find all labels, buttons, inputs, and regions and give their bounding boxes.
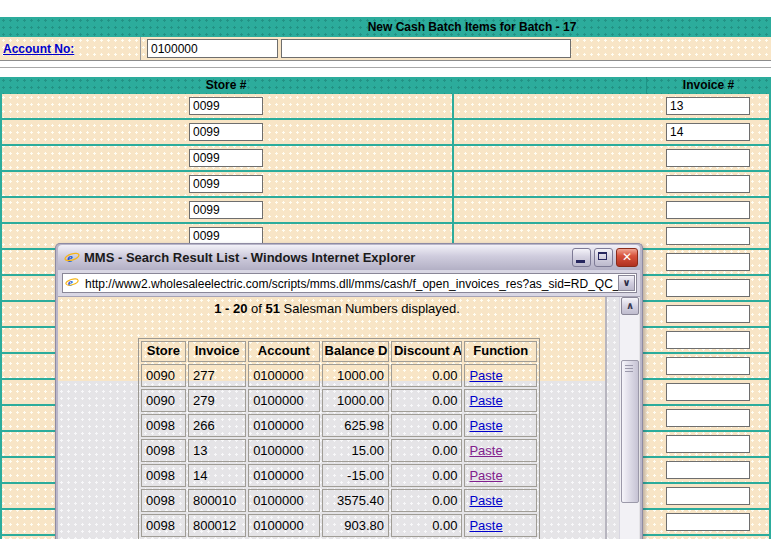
balance-due-cell: -15.00 xyxy=(322,464,389,487)
paste-link[interactable]: Paste xyxy=(469,493,502,508)
url-text: http://www2.wholesaleelectric.com/script… xyxy=(85,277,620,291)
function-cell: Paste xyxy=(464,489,537,512)
scrollbar-grip-icon xyxy=(625,365,633,373)
paste-link[interactable]: Paste xyxy=(469,393,502,408)
cell-divider xyxy=(140,37,141,60)
discount-amt-cell: 0.00 xyxy=(391,464,462,487)
page-title: New Cash Batch Items for Batch - 17 xyxy=(368,20,577,34)
results-row: 00988000120100000903.800.00Paste xyxy=(141,514,537,537)
invoice-input[interactable] xyxy=(666,435,750,453)
close-button[interactable]: ✕ xyxy=(616,248,638,267)
results-row: 009027701000001000.000.00Paste xyxy=(141,364,537,387)
function-cell: Paste xyxy=(464,364,537,387)
balance-due-cell: 625.98 xyxy=(322,414,389,437)
paste-link[interactable]: Paste xyxy=(469,368,502,383)
screen: New Cash Batch Items for Batch - 17 Acco… xyxy=(0,0,771,539)
result-total: 51 xyxy=(265,301,279,316)
function-cell: Paste xyxy=(464,439,537,462)
invoice-input[interactable] xyxy=(666,123,750,141)
account-no-input[interactable] xyxy=(147,39,278,58)
popup-scrollbar[interactable]: ∧ xyxy=(619,297,639,539)
result-caption: Salesman Numbers displayed. xyxy=(284,301,460,316)
store-input[interactable] xyxy=(189,175,263,193)
invoice-input[interactable] xyxy=(666,487,750,505)
popup-content: 1 - 20 of 51 Salesman Numbers displayed.… xyxy=(58,297,640,539)
store-cell: 0090 xyxy=(141,389,186,412)
store-cell: 0098 xyxy=(141,439,186,462)
address-bar: e http://www2.wholesaleelectric.com/scri… xyxy=(58,270,640,297)
result-range: 1 - 20 xyxy=(214,301,247,316)
results-column-header: Invoice xyxy=(188,341,246,362)
ie-popup-window: e MMS - Search Result List - Windows Int… xyxy=(55,243,643,539)
results-header-row: StoreInvoiceAccountBalance DueDiscount A… xyxy=(141,341,537,362)
url-combobox[interactable]: e http://www2.wholesaleelectric.com/scri… xyxy=(62,273,637,293)
invoice-input[interactable] xyxy=(666,97,750,115)
minimize-button[interactable] xyxy=(572,248,591,267)
invoice-input[interactable] xyxy=(666,227,750,245)
grid-left-border xyxy=(0,77,2,539)
results-row: 009027901000001000.000.00Paste xyxy=(141,389,537,412)
account-cell: 0100000 xyxy=(248,489,319,512)
separator-line xyxy=(0,67,771,68)
invoice-cell: 800012 xyxy=(188,514,246,537)
batch-item-row xyxy=(0,172,771,198)
balance-due-cell: 15.00 xyxy=(322,439,389,462)
paste-link[interactable]: Paste xyxy=(469,418,502,433)
invoice-input[interactable] xyxy=(666,357,750,375)
paste-link[interactable]: Paste xyxy=(469,468,502,483)
invoice-cell: 14 xyxy=(188,464,246,487)
store-input[interactable] xyxy=(189,201,263,219)
invoice-cell: 279 xyxy=(188,389,246,412)
batch-item-row xyxy=(0,198,771,224)
batch-item-row xyxy=(0,120,771,146)
invoice-input[interactable] xyxy=(666,305,750,323)
minimize-icon xyxy=(576,260,585,263)
invoice-input[interactable] xyxy=(666,409,750,427)
function-cell: Paste xyxy=(464,464,537,487)
invoice-input[interactable] xyxy=(666,175,750,193)
invoice-input[interactable] xyxy=(666,383,750,401)
store-input[interactable] xyxy=(189,149,263,167)
store-input[interactable] xyxy=(189,123,263,141)
invoice-input[interactable] xyxy=(666,201,750,219)
window-title: MMS - Search Result List - Windows Inter… xyxy=(84,250,415,265)
scroll-up-arrow-icon[interactable]: ∧ xyxy=(621,297,639,315)
url-dropdown-arrow-icon[interactable]: ∨ xyxy=(618,275,635,291)
account-cell: 0100000 xyxy=(248,414,319,437)
batch-item-row xyxy=(0,94,771,120)
store-cell: 0098 xyxy=(141,414,186,437)
invoice-input[interactable] xyxy=(666,279,750,297)
results-column-header: Discount Amt xyxy=(391,341,462,362)
account-name-input[interactable] xyxy=(281,39,571,58)
paste-link[interactable]: Paste xyxy=(469,518,502,533)
content-edge-line xyxy=(605,297,607,539)
results-column-header: Account xyxy=(248,341,319,362)
account-cell: 0100000 xyxy=(248,464,319,487)
invoice-input[interactable] xyxy=(666,253,750,271)
results-column-header: Function xyxy=(464,341,537,362)
account-cell: 0100000 xyxy=(248,389,319,412)
account-no-link[interactable]: Account No: xyxy=(3,42,74,56)
results-row: 00982660100000625.980.00Paste xyxy=(141,414,537,437)
invoice-input[interactable] xyxy=(666,331,750,349)
discount-amt-cell: 0.00 xyxy=(391,439,462,462)
invoice-input[interactable] xyxy=(666,513,750,531)
discount-amt-cell: 0.00 xyxy=(391,489,462,512)
account-cell: 0100000 xyxy=(248,364,319,387)
balance-due-cell: 3575.40 xyxy=(322,489,389,512)
invoice-cell: 266 xyxy=(188,414,246,437)
results-column-header: Balance Due xyxy=(322,341,389,362)
invoice-cell: 13 xyxy=(188,439,246,462)
scrollbar-thumb[interactable] xyxy=(621,360,639,503)
store-input[interactable] xyxy=(189,97,263,115)
invoice-input[interactable] xyxy=(666,149,750,167)
window-title-bar[interactable]: e MMS - Search Result List - Windows Int… xyxy=(58,245,640,270)
store-column-header: Store # xyxy=(0,77,452,94)
ie-logo-icon: e xyxy=(64,249,80,265)
invoice-input[interactable] xyxy=(666,461,750,479)
result-of: of xyxy=(251,301,262,316)
paste-link[interactable]: Paste xyxy=(469,443,502,458)
maximize-button[interactable] xyxy=(594,248,613,267)
invoice-column-header: Invoice # xyxy=(646,77,771,94)
results-column-header: Store xyxy=(141,341,186,362)
